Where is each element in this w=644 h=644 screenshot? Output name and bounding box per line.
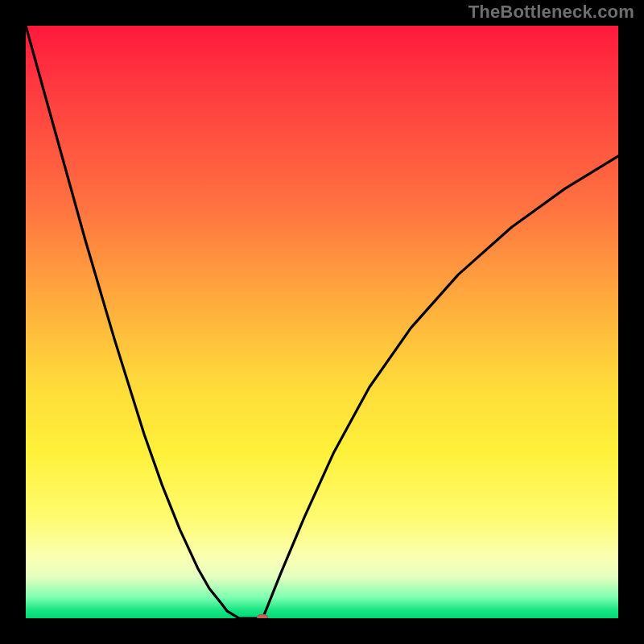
minimum-marker bbox=[257, 614, 268, 618]
chart-stage: TheBottleneck.com bbox=[0, 0, 644, 644]
watermark-label: TheBottleneck.com bbox=[469, 2, 634, 23]
plot-area bbox=[26, 26, 618, 618]
bottleneck-curve bbox=[26, 26, 618, 618]
